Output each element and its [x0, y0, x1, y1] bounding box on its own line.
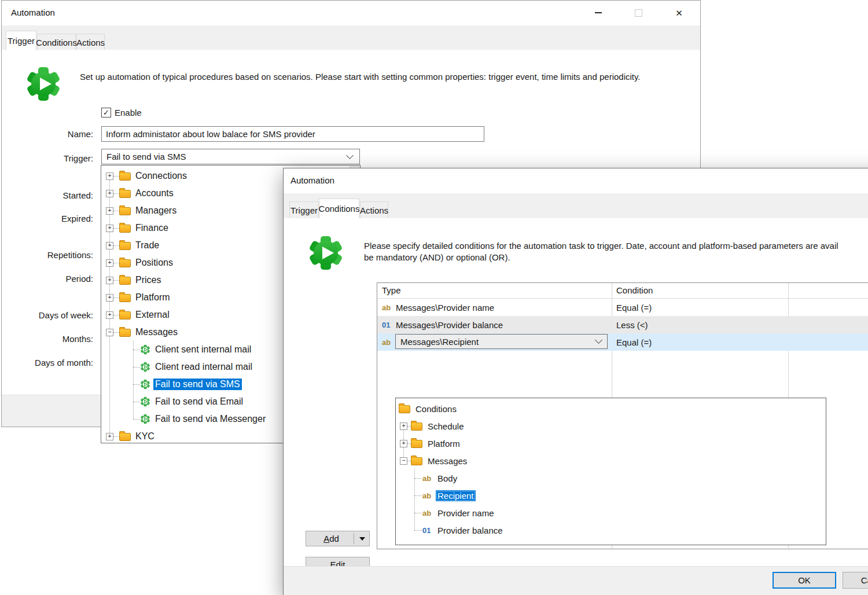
condition-row[interactable]: abMessages\Provider nameEqual (=)	[377, 299, 868, 316]
gear-outline-icon	[140, 414, 150, 424]
tree-connector-stub	[414, 495, 422, 496]
column-header-type[interactable]: Type	[382, 285, 401, 295]
name-input[interactable]: Inform administator about low balace for…	[101, 126, 484, 142]
dropdown-arrow-icon[interactable]	[359, 537, 365, 541]
name-label: Name:	[2, 129, 93, 139]
tree-item-body[interactable]: abBody	[396, 469, 826, 487]
indent-spacer	[101, 315, 106, 315]
tree-item-schedule[interactable]: +Schedule	[396, 417, 826, 435]
enable-label: Enable	[115, 108, 142, 117]
tab-strip: TriggerConditionsActions	[284, 193, 868, 218]
condition-row[interactable]: abMessages\RecipientEqual (=)	[377, 333, 868, 351]
tree-item-label: Accounts	[134, 188, 175, 199]
collapse-icon[interactable]: −	[400, 457, 407, 465]
conditions-description-line1: Please specify detailed conditions for t…	[364, 240, 838, 252]
expand-icon[interactable]: +	[400, 440, 407, 447]
gear-outline-icon	[140, 362, 150, 372]
column-header-condition[interactable]: Condition	[616, 285, 653, 295]
expand-icon[interactable]: +	[106, 207, 113, 215]
tree-item-label: Client sent internal mail	[153, 344, 253, 355]
folder-icon	[411, 457, 422, 465]
tree-item-label: Recipient	[436, 490, 476, 501]
tree-item-label: Provider name	[436, 508, 496, 519]
folder-icon	[411, 440, 422, 448]
tree-item-conditions[interactable]: Conditions	[396, 400, 826, 417]
indent-spacer	[101, 419, 133, 420]
tree-item-provider-name[interactable]: abProvider name	[396, 504, 826, 521]
maximize-icon	[635, 9, 642, 17]
expand-icon[interactable]: +	[106, 277, 113, 284]
expand-icon[interactable]: +	[400, 423, 407, 430]
indent-spacer	[396, 443, 400, 444]
condition-operator-value: Equal (=)	[616, 337, 652, 347]
minimize-icon	[595, 12, 602, 13]
tree-item-label: Connections	[134, 170, 189, 182]
field-label-expired: Expired:	[2, 214, 93, 223]
tab-actions[interactable]: Actions	[76, 34, 105, 50]
close-button[interactable]: ✕	[666, 1, 692, 25]
tab-actions[interactable]: Actions	[360, 201, 388, 218]
expand-icon[interactable]: +	[106, 311, 113, 319]
tree-item-label: Messages	[134, 326, 179, 338]
condition-row[interactable]: 01Messages\Provider balanceLess (<)	[377, 316, 868, 333]
cancel-button[interactable]: Cancel	[843, 572, 868, 589]
trigger-description: Set up automation of typical procedures …	[80, 71, 647, 83]
expand-icon[interactable]: +	[106, 259, 113, 267]
titlebar[interactable]: Automation	[284, 168, 868, 193]
add-button-label: Add	[323, 534, 339, 543]
tree-connector-stub	[414, 513, 422, 513]
condition-operator-value: Less (<)	[616, 320, 648, 330]
tree-item-messages[interactable]: −Messages	[396, 452, 826, 469]
tab-conditions[interactable]: Conditions	[37, 34, 76, 50]
tree-item-provider-balance[interactable]: 01Provider balance	[396, 521, 826, 539]
tree-connector-stub	[113, 245, 119, 246]
condition-type-value: Messages\Provider balance	[396, 320, 503, 330]
tab-trigger[interactable]: Trigger	[289, 201, 319, 218]
number-type-icon: 01	[422, 526, 433, 535]
expand-icon[interactable]: +	[106, 242, 113, 249]
tree-item-label: Platform	[134, 292, 172, 303]
expand-icon[interactable]: +	[106, 190, 113, 197]
tree-item-label: Finance	[134, 222, 170, 234]
tree-item-label: Fail to send via Messenger	[153, 413, 267, 425]
titlebar[interactable]: Automation ✕	[2, 1, 700, 25]
condition-type-combobox[interactable]: Messages\Recipient	[395, 334, 608, 349]
add-button[interactable]: Add	[306, 531, 370, 546]
tree-item-label: Trade	[134, 240, 161, 251]
tree-item-recipient[interactable]: abRecipient	[396, 487, 826, 504]
indent-spacer	[396, 513, 414, 513]
tree-item-label: Provider balance	[436, 525, 505, 536]
indent-spacer	[101, 436, 106, 437]
folder-icon	[119, 329, 131, 337]
tree-connector-stub	[133, 402, 140, 402]
tree-item-platform[interactable]: +Platform	[396, 435, 826, 452]
indent-spacer	[101, 350, 133, 350]
expand-icon[interactable]: +	[106, 433, 113, 440]
expand-icon[interactable]: +	[106, 225, 113, 232]
number-type-icon: 01	[382, 321, 393, 329]
enable-checkbox[interactable]: ✓	[101, 108, 111, 117]
ok-button[interactable]: OK	[773, 572, 836, 589]
tree-item-label: Managers	[134, 205, 178, 216]
tree-item-label: Fail to send via Email	[153, 396, 245, 407]
indent-spacer	[377, 342, 382, 343]
maximize-button[interactable]	[626, 1, 652, 25]
tree-item-label: Schedule	[426, 421, 466, 432]
folder-icon	[119, 294, 131, 302]
trigger-combobox[interactable]: Fail to send via SMS	[101, 149, 360, 164]
tree-item-label: Messages	[426, 456, 469, 467]
tree-connector-stub	[113, 211, 119, 211]
folder-icon	[119, 311, 131, 319]
expand-icon[interactable]: +	[106, 172, 113, 180]
table-header[interactable]: Type Condition	[377, 283, 868, 299]
indent-spacer	[101, 176, 106, 177]
expand-icon[interactable]: +	[106, 294, 113, 302]
tab-conditions[interactable]: Conditions	[319, 199, 359, 218]
collapse-icon[interactable]: −	[106, 329, 113, 336]
gear-outline-icon	[140, 396, 150, 407]
cancel-button-label: Cancel	[861, 575, 868, 585]
condition-operator-value: Equal (=)	[616, 303, 652, 313]
minimize-button[interactable]	[585, 1, 611, 25]
tab-trigger[interactable]: Trigger	[6, 31, 36, 50]
tree-connector-stub	[414, 478, 422, 479]
